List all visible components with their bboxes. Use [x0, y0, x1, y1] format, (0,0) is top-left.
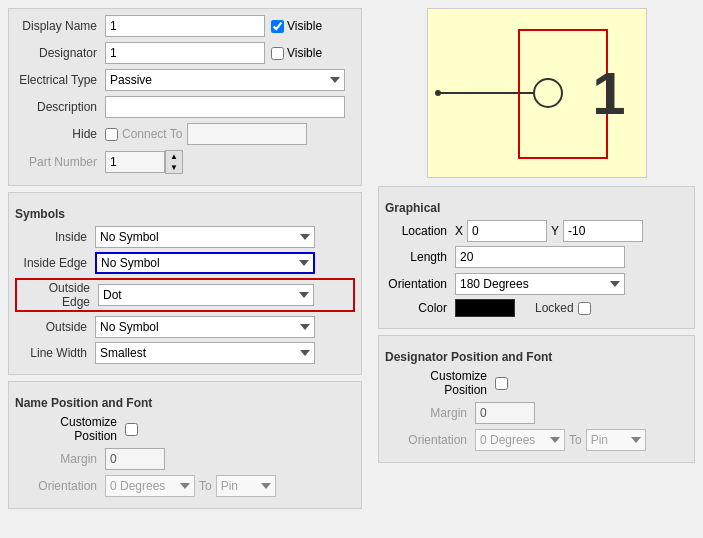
- spinner-up-button[interactable]: ▲: [166, 151, 182, 162]
- x-label: X: [455, 224, 463, 238]
- preview-container: 1: [378, 8, 695, 178]
- display-name-visible-checkbox[interactable]: [271, 20, 284, 33]
- graphical-section: Graphical Location X Y Length Orientatio…: [378, 186, 695, 329]
- designator-visible-checkbox[interactable]: [271, 47, 284, 60]
- display-name-visible-label: Visible: [271, 19, 322, 33]
- name-customize-row: Customize Position: [15, 415, 355, 443]
- inside-edge-label: Inside Edge: [15, 256, 95, 270]
- part-number-spinner: ▲ ▼: [105, 150, 183, 174]
- part-number-input[interactable]: [105, 151, 165, 173]
- desig-customize-checkbox[interactable]: [495, 377, 508, 390]
- y-label: Y: [551, 224, 559, 238]
- y-input[interactable]: [563, 220, 643, 242]
- name-orientation-select[interactable]: 0 Degrees: [105, 475, 195, 497]
- desig-margin-row: Margin: [385, 402, 688, 424]
- desig-orientation-row: Orientation 0 Degrees To Pin: [385, 429, 688, 451]
- length-input[interactable]: [455, 246, 625, 268]
- desig-pos-title: Designator Position and Font: [385, 350, 688, 364]
- description-label: Description: [15, 100, 105, 114]
- desig-margin-input[interactable]: [475, 402, 535, 424]
- locked-label: Locked: [535, 301, 574, 315]
- desig-margin-label: Margin: [385, 406, 475, 420]
- designator-visible-label: Visible: [271, 46, 322, 60]
- connect-to-input[interactable]: [187, 123, 307, 145]
- svg-point-2: [435, 90, 441, 96]
- line-width-select[interactable]: Smallest: [95, 342, 315, 364]
- location-label: Location: [385, 224, 455, 238]
- name-orientation-row: Orientation 0 Degrees To Pin: [15, 475, 355, 497]
- designator-label: Designator: [15, 46, 105, 60]
- outside-select[interactable]: No Symbol: [95, 316, 315, 338]
- color-label: Color: [385, 301, 455, 315]
- preview-area: 1: [427, 8, 647, 178]
- length-label: Length: [385, 250, 455, 264]
- desig-orientation-label: Orientation: [385, 433, 475, 447]
- display-name-label: Display Name: [15, 19, 105, 33]
- inside-label: Inside: [15, 230, 95, 244]
- description-row: Description: [15, 96, 355, 118]
- desig-pin-select[interactable]: Pin: [586, 429, 646, 451]
- desig-customize-row: Customize Position: [385, 369, 688, 397]
- designator-row: Designator Visible: [15, 42, 355, 64]
- name-margin-label: Margin: [15, 452, 105, 466]
- desig-orientation-select[interactable]: 0 Degrees: [475, 429, 565, 451]
- preview-number: 1: [592, 59, 625, 128]
- name-customize-checkbox[interactable]: [125, 423, 138, 436]
- desig-customize-label: Customize Position: [385, 369, 495, 397]
- outside-label: Outside: [15, 320, 95, 334]
- name-orientation-label: Orientation: [15, 479, 105, 493]
- outside-edge-row: Outside Edge Dot: [15, 278, 355, 312]
- hide-label: Hide: [15, 127, 105, 141]
- inside-edge-select[interactable]: No Symbol: [95, 252, 315, 274]
- name-to-label: To: [199, 479, 212, 493]
- designator-input[interactable]: [105, 42, 265, 64]
- name-margin-input[interactable]: [105, 448, 165, 470]
- display-name-input[interactable]: [105, 15, 265, 37]
- graphical-orientation-label: Orientation: [385, 277, 455, 291]
- inside-edge-row: Inside Edge No Symbol: [15, 252, 355, 274]
- desig-pos-section: Designator Position and Font Customize P…: [378, 335, 695, 463]
- name-pos-title: Name Position and Font: [15, 396, 355, 410]
- desig-to-label: To: [569, 433, 582, 447]
- display-name-row: Display Name Visible: [15, 15, 355, 37]
- color-swatch[interactable]: [455, 299, 515, 317]
- outside-edge-select[interactable]: Dot: [98, 284, 314, 306]
- graphical-title: Graphical: [385, 201, 688, 215]
- outside-edge-label: Outside Edge: [18, 281, 98, 309]
- spinner-down-button[interactable]: ▼: [166, 162, 182, 173]
- location-row: Location X Y: [385, 220, 688, 242]
- connect-to-label: Connect To: [122, 127, 183, 141]
- description-input[interactable]: [105, 96, 345, 118]
- part-number-label: Part Number: [15, 155, 105, 169]
- electrical-type-row: Electrical Type Passive: [15, 69, 355, 91]
- inside-select[interactable]: No Symbol: [95, 226, 315, 248]
- name-margin-row: Margin: [15, 448, 355, 470]
- inside-row: Inside No Symbol: [15, 226, 355, 248]
- name-pin-select[interactable]: Pin: [216, 475, 276, 497]
- line-width-row: Line Width Smallest: [15, 342, 355, 364]
- spinner-buttons: ▲ ▼: [165, 150, 183, 174]
- graphical-orientation-row: Orientation 180 Degrees: [385, 273, 688, 295]
- part-number-row: Part Number ▲ ▼: [15, 150, 355, 174]
- hide-checkbox[interactable]: [105, 128, 118, 141]
- line-width-label: Line Width: [15, 346, 95, 360]
- electrical-type-select[interactable]: Passive: [105, 69, 345, 91]
- symbols-section: Symbols Inside No Symbol Inside Edge No …: [8, 192, 362, 375]
- color-row: Color Locked: [385, 299, 688, 317]
- graphical-orientation-select[interactable]: 180 Degrees: [455, 273, 625, 295]
- name-customize-label: Customize Position: [15, 415, 125, 443]
- hide-row: Hide Connect To: [15, 123, 355, 145]
- electrical-type-label: Electrical Type: [15, 73, 105, 87]
- locked-checkbox[interactable]: [578, 302, 591, 315]
- length-row: Length: [385, 246, 688, 268]
- name-pos-section: Name Position and Font Customize Positio…: [8, 381, 362, 509]
- outside-row: Outside No Symbol: [15, 316, 355, 338]
- x-input[interactable]: [467, 220, 547, 242]
- symbols-title: Symbols: [15, 207, 355, 221]
